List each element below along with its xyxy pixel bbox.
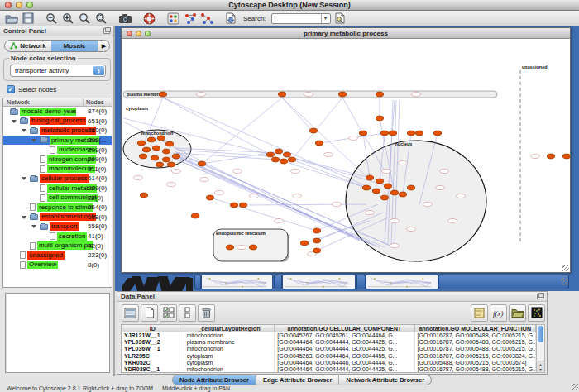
save-session-icon[interactable]	[21, 12, 35, 25]
tree-row-label: secretion	[57, 232, 87, 241]
tree-row-cellular-metabol[interactable]: cellular metabol209(0)	[3, 184, 112, 194]
import-network-web-icon[interactable]	[199, 12, 213, 25]
tab-overflow-button[interactable]: ▶	[98, 41, 109, 51]
tree-row-macromolecule[interactable]: macromolecule311(0)	[3, 165, 112, 174]
minimize-icon[interactable]	[136, 31, 141, 36]
expand-arrow-icon[interactable]	[22, 129, 26, 132]
zoom-button[interactable]	[26, 2, 33, 8]
import-annotations-icon[interactable]	[223, 12, 237, 25]
maximize-icon[interactable]	[145, 31, 151, 36]
attribute-table-row[interactable]: YJR121W__1mitochondrion[GO:0045267, GO:0…	[122, 332, 536, 339]
import-attributes-button[interactable]	[509, 304, 526, 322]
attribute-table-row[interactable]: YPL036W__1mitochondrion[GO:0044464, GO:0…	[122, 346, 536, 352]
float-panel-icon[interactable]	[103, 28, 110, 34]
tree-row-biological-process[interactable]: biological_process651(0)	[3, 117, 112, 127]
tree-row-secretion[interactable]: secretion41(0)	[3, 232, 112, 241]
network-window-titlebar[interactable]: primary metabolic process	[122, 28, 570, 39]
zoom-out-icon[interactable]	[45, 12, 59, 25]
tab-edge-attribute-browser[interactable]: Edge Attribute Browser	[256, 375, 339, 385]
tree-row-mosaic-demo-yeast[interactable]: mosaic-demo-yeast874(0)	[3, 107, 112, 117]
tab-mosaic[interactable]: Mosaic	[51, 41, 98, 51]
tree-row-cellular-process[interactable]: cellular process614(0)	[3, 174, 112, 184]
zoom-selected-region-icon[interactable]	[78, 12, 92, 25]
delete-attribute-button[interactable]	[198, 304, 215, 322]
advanced-search-icon[interactable]	[333, 12, 347, 25]
zoom-fit-icon[interactable]	[94, 12, 108, 25]
annotation-notes-button[interactable]	[471, 304, 488, 322]
tab-node-attribute-browser[interactable]: Node Attribute Browser	[173, 375, 256, 385]
attribute-table-row[interactable]: YPL036W__2plasma membrane[GO:0044464, GO…	[122, 339, 536, 346]
resize-grip-icon[interactable]	[561, 278, 568, 285]
attribute-table-button[interactable]	[122, 304, 139, 322]
column-header-region[interactable]: _cellularLayoutRegion	[184, 325, 275, 332]
node-color-combobox[interactable]: transporter activity ▲▼	[10, 65, 106, 77]
close-icon[interactable]	[127, 31, 132, 36]
network-node	[309, 128, 317, 133]
tree-row-cell-communicat[interactable]: cell communicat22(0)	[3, 193, 112, 203]
open-session-icon[interactable]	[4, 12, 18, 25]
column-header-molecular-function[interactable]: annotation.GO MOLECULAR_FUNCTION	[415, 325, 536, 332]
attribute-table-row[interactable]: YLR295Ccytoplasm[GO:0045263, GO:0044464,…	[122, 353, 536, 360]
search-input[interactable]: ▼	[271, 13, 331, 24]
tree-row-metabolic-process[interactable]: metabolic process280(0)	[3, 126, 112, 136]
tree-row-multi-organism-pro[interactable]: multi-organism pro42(0)	[3, 241, 112, 251]
minimize-button[interactable]	[16, 2, 22, 8]
tree-row-overview[interactable]: Overview8(0)	[3, 261, 112, 270]
scrollbar-arrows[interactable]: ▲ ▼	[537, 361, 544, 372]
select-nodes-checkbox[interactable]: ✓	[7, 85, 15, 93]
tree-row-nitrogen-compo[interactable]: nitrogen compo209(0)	[3, 155, 112, 165]
select-attributes-button[interactable]	[160, 304, 177, 322]
table-cell: YPL036W__1	[122, 346, 184, 352]
tree-row-count: 22(0)	[88, 194, 103, 202]
window-resize-grip-icon[interactable]	[572, 384, 578, 390]
network-node	[162, 157, 170, 162]
tree-row-nucleobase-[interactable]: nucleobase-209(0)	[3, 145, 112, 155]
tab-network[interactable]: Network	[5, 41, 51, 51]
table-cell: YPL036W__2	[122, 339, 184, 346]
birdseye-view[interactable]	[5, 293, 110, 373]
tree-row-count: 41(0)	[88, 232, 103, 240]
unselect-attributes-button[interactable]	[179, 304, 196, 322]
expand-arrow-icon[interactable]	[12, 120, 17, 123]
expand-arrow-icon[interactable]	[31, 225, 36, 228]
table-scrollbar[interactable]: ▲ ▼	[536, 324, 545, 373]
tree-row-transport[interactable]: transport558(0)	[3, 222, 112, 232]
scrollbar-thumb[interactable]	[538, 326, 543, 342]
attribute-matrix-button[interactable]	[528, 304, 545, 322]
zoom-in-icon[interactable]	[61, 12, 75, 25]
expand-arrow-icon[interactable]	[22, 216, 26, 219]
background-network-window[interactable]	[282, 275, 356, 289]
network-node	[433, 131, 441, 136]
expand-arrow-icon[interactable]	[22, 177, 26, 180]
background-network-window[interactable]	[201, 275, 273, 289]
vizmapper-icon[interactable]	[166, 12, 180, 25]
tab-network-attribute-browser[interactable]: Network Attribute Browser	[339, 375, 431, 385]
new-attribute-button[interactable]	[141, 304, 158, 322]
formula-builder-button[interactable]: f(x)	[490, 304, 507, 322]
expand-arrow-icon[interactable]	[31, 139, 36, 142]
tree-row-response-to-stimulu[interactable]: response to stimulu264(0)	[3, 203, 112, 213]
import-network-file-icon[interactable]	[183, 12, 197, 25]
attribute-table-row[interactable]: YDR039C__1mitochondrion[GO:0044464, GO:0…	[122, 366, 536, 373]
attribute-table[interactable]: ID _cellularLayoutRegion annotation.GO C…	[121, 324, 537, 373]
network-node	[313, 248, 320, 253]
tree-row-establishment-of-lo[interactable]: establishment of lo558(0)	[3, 213, 112, 222]
background-network-window[interactable]	[366, 275, 438, 289]
float-panel-icon[interactable]	[537, 294, 543, 299]
resize-grip-icon[interactable]	[562, 265, 569, 271]
network-canvas[interactable]: plasma membranecytoplasmmitochondrionnuc…	[122, 39, 570, 272]
table-cell: mitochondrion	[184, 366, 275, 373]
tree-row-unassigned[interactable]: unassigned223(0)	[3, 251, 112, 261]
attribute-table-row[interactable]: YKR052Ccytoplasm[GO:0044464, GO:0044446,…	[122, 360, 536, 366]
scroll-down-icon[interactable]: ▼	[538, 367, 543, 372]
column-header-id[interactable]: ID	[122, 325, 184, 332]
table-cell: [GO:0016787, GO:0005488, GO:0005215, G..…	[415, 366, 536, 373]
tree-row-primary-metabo[interactable]: primary metabo209(...	[3, 136, 112, 146]
close-button[interactable]	[5, 2, 12, 8]
search-dropdown-icon[interactable]: ▼	[321, 14, 330, 23]
help-icon[interactable]	[142, 12, 156, 25]
column-header-cellular-component[interactable]: annotation.GO CELLULAR_COMPONENT	[275, 325, 414, 332]
network-node	[271, 157, 279, 162]
take-snapshot-icon[interactable]	[118, 12, 132, 25]
tree-col-nodes: Nodes	[84, 98, 112, 106]
